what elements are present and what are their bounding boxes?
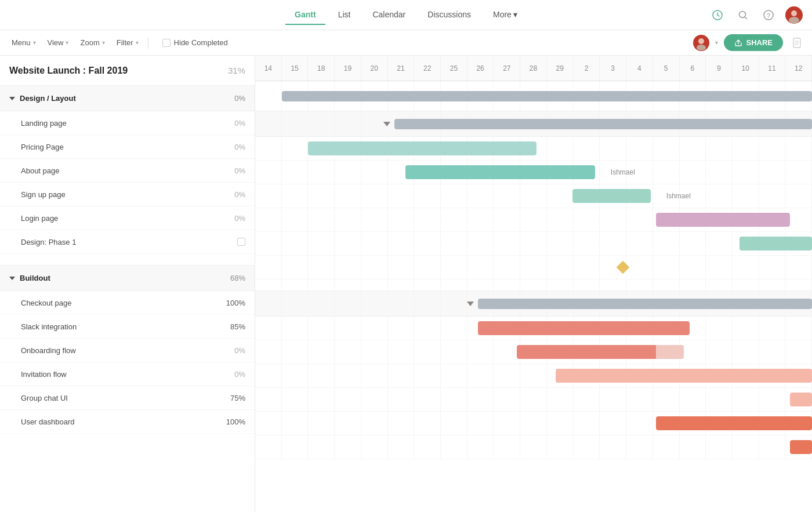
hide-completed-checkbox[interactable]: [162, 39, 171, 47]
toolbar-avatar[interactable]: [693, 35, 709, 51]
top-nav-right: ?: [709, 6, 803, 24]
date-18: 18: [308, 56, 335, 81]
share-label: SHARE: [746, 38, 773, 47]
svg-text:?: ?: [767, 12, 770, 19]
gantt-onboarding-flow: [255, 364, 812, 388]
view-label: View: [48, 38, 64, 47]
zoom-chevron-icon: ▾: [102, 39, 105, 46]
checkout-page-bar: [478, 321, 690, 335]
date-4: 4: [626, 56, 653, 81]
tab-gantt[interactable]: Gantt: [285, 5, 325, 25]
share-button[interactable]: SHARE: [724, 34, 783, 51]
buildout-group-bar: [478, 299, 812, 309]
date-12: 12: [785, 56, 812, 81]
date-21: 21: [388, 56, 415, 81]
gantt-landing-page: [255, 137, 812, 161]
search-icon[interactable]: [734, 6, 752, 24]
group-design-label: Design / Layout: [20, 94, 76, 103]
zoom-label: Zoom: [80, 38, 99, 47]
tab-list[interactable]: List: [329, 5, 360, 25]
task-checkout-page: Checkout page 100%: [0, 291, 255, 315]
tab-discussions[interactable]: Discussions: [418, 5, 480, 25]
invitation-flow-bar: [790, 393, 812, 406]
task-group-chat-ui: Group chat UI 75%: [0, 386, 255, 410]
avatar-chevron-icon: ▾: [715, 39, 718, 46]
toolbar-right: ▾ SHARE: [693, 34, 805, 51]
gantt-pricing-page: Ishmael: [255, 161, 812, 184]
gantt-group-buildout: [255, 291, 812, 317]
date-20: 20: [361, 56, 388, 81]
svg-point-7: [697, 45, 706, 50]
date-2: 2: [574, 56, 600, 81]
project-bar: [282, 91, 812, 101]
pricing-page-label: Ishmael: [611, 168, 635, 176]
task-invitation-flow: Invitation flow 0%: [0, 362, 255, 386]
gantt-signup-page: [255, 208, 812, 232]
group-buildout[interactable]: Buildout 68%: [0, 266, 255, 291]
svg-point-1: [740, 11, 746, 17]
onboarding-flow-bar: [556, 369, 812, 383]
user-dashboard-bar: [790, 440, 812, 454]
group-buildout-label: Buildout: [20, 274, 50, 282]
task-login-page: Login page 0%: [0, 206, 255, 230]
slack-integration-bar: [517, 345, 684, 359]
task-landing-page: Landing page 0%: [0, 111, 255, 135]
filter-button[interactable]: Filter ▾: [112, 36, 143, 49]
date-15: 15: [282, 56, 309, 81]
date-19: 19: [335, 56, 361, 81]
more-chevron-icon: ▾: [513, 10, 517, 19]
filter-chevron-icon: ▾: [136, 39, 139, 46]
view-chevron-icon: ▾: [66, 39, 68, 46]
svg-point-4: [791, 10, 797, 16]
date-14: 14: [255, 56, 282, 81]
hide-completed-toggle[interactable]: Hide Completed: [158, 36, 233, 49]
gantt-about-page: Ishmael: [255, 184, 812, 208]
menu-button[interactable]: Menu ▾: [7, 36, 41, 49]
gantt-project-row: [255, 81, 812, 111]
zoom-button[interactable]: Zoom ▾: [75, 36, 109, 49]
toolbar-separator: [148, 37, 148, 49]
task-user-dashboard: User dashboard 100%: [0, 410, 255, 434]
user-avatar[interactable]: [785, 6, 803, 24]
tab-more[interactable]: More▾: [484, 5, 527, 25]
toolbar: Menu ▾ View ▾ Zoom ▾ Filter ▾ Hide Compl…: [0, 30, 812, 56]
gantt-spacer: [255, 279, 812, 291]
gantt-area[interactable]: 14 15 18 19 20 21 22 25 26 27 28 29 2 3 …: [255, 56, 812, 512]
date-11: 11: [759, 56, 786, 81]
gantt-rows: Ishmael Ishmael: [255, 81, 812, 459]
project-title: Website Launch : Fall 2019: [9, 66, 128, 76]
help-icon[interactable]: ?: [760, 6, 777, 24]
group-design-layout[interactable]: Design / Layout 0%: [0, 86, 255, 111]
about-page-bar: [572, 189, 650, 203]
task-about-page: About page 0%: [0, 159, 255, 183]
nav-tabs: Gantt List Calendar Discussions More▾: [285, 5, 527, 25]
hide-completed-label: Hide Completed: [174, 38, 228, 47]
main-content: Website Launch : Fall 2019 31% Design / …: [0, 56, 812, 512]
top-nav: Gantt List Calendar Discussions More▾ ?: [0, 0, 812, 30]
date-9: 9: [706, 56, 733, 81]
login-page-bar: [740, 237, 812, 250]
menu-label: Menu: [12, 38, 31, 47]
doc-icon[interactable]: [789, 35, 805, 51]
date-26: 26: [467, 56, 494, 81]
clock-icon[interactable]: [709, 6, 726, 24]
slack-filled: [517, 345, 656, 359]
milestone-checkbox[interactable]: [237, 238, 245, 246]
filter-label: Filter: [117, 38, 133, 47]
menu-chevron-icon: ▾: [33, 39, 36, 46]
left-panel: Website Launch : Fall 2019 31% Design / …: [0, 56, 255, 512]
gantt-design-phase1: [255, 256, 812, 279]
date-6: 6: [680, 56, 706, 81]
svg-point-5: [789, 17, 799, 24]
gantt-group-chat-ui: [255, 412, 812, 435]
date-25: 25: [441, 56, 467, 81]
task-onboarding-flow: Onboarding flow 0%: [0, 339, 255, 362]
design-group-bar: [394, 119, 812, 129]
date-5: 5: [653, 56, 680, 81]
task-design-phase1: Design: Phase 1: [0, 230, 255, 254]
pricing-page-bar: [405, 165, 594, 179]
date-28: 28: [520, 56, 547, 81]
view-button[interactable]: View ▾: [43, 36, 74, 49]
tab-calendar[interactable]: Calendar: [363, 5, 415, 25]
group-chat-bar: [656, 416, 812, 430]
